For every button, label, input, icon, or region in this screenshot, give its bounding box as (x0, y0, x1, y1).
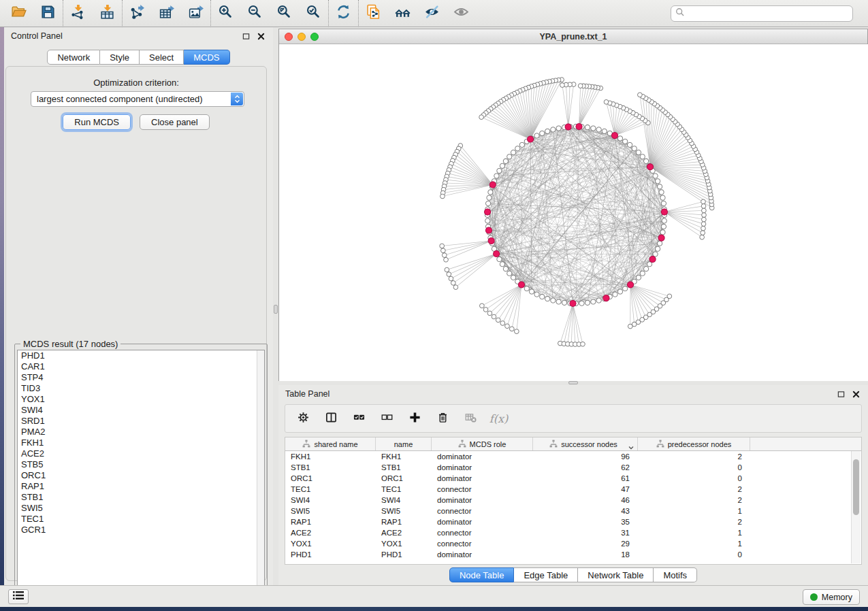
import-table-button[interactable] (93, 1, 122, 26)
table-row[interactable]: FKH1FKH1dominator962 (285, 451, 861, 462)
vertical-split-divider[interactable] (273, 27, 278, 585)
network-window-titlebar[interactable]: YPA_prune.txt_1 (279, 29, 867, 44)
mcds-result-item[interactable]: GCR1 (18, 525, 264, 535)
import-table-icon (99, 4, 115, 22)
mcds-result-item[interactable]: CAR1 (18, 361, 264, 372)
mcds-result-item[interactable]: SWI4 (18, 405, 264, 416)
memory-button[interactable]: Memory (803, 589, 860, 605)
table-row[interactable]: SWI5SWI5connector431 (285, 506, 861, 516)
refresh-button[interactable] (329, 1, 358, 26)
close-window-icon[interactable] (285, 33, 293, 41)
add-button[interactable] (409, 413, 421, 425)
delete-table-button[interactable] (465, 413, 477, 425)
mcds-result-item[interactable]: PMA2 (18, 427, 264, 437)
mcds-result-item[interactable]: ORC1 (18, 470, 264, 481)
table-scrollbar[interactable] (851, 451, 861, 563)
zoom-selected-button[interactable] (299, 1, 328, 26)
zoom-in-button[interactable] (211, 1, 240, 26)
table-panel-header: Table Panel (278, 385, 868, 403)
mcds-result-item[interactable]: STB1 (18, 492, 264, 503)
tab-style[interactable]: Style (100, 50, 140, 65)
mcds-result-item[interactable]: RAP1 (18, 481, 264, 492)
tab-network-table[interactable]: Network Table (578, 567, 654, 582)
open-file-icon (11, 4, 27, 22)
column-header-shared-name[interactable]: shared name (285, 437, 376, 450)
cell: YOX1 (376, 540, 432, 548)
tab-edge-table[interactable]: Edge Table (514, 567, 578, 582)
table-row[interactable]: STB1STB1dominator620 (285, 462, 861, 473)
zoom-out-button[interactable] (240, 1, 270, 26)
zoom-fit-button[interactable] (270, 1, 299, 26)
cell: SWI5 (376, 507, 432, 515)
table-row[interactable]: ACE2ACE2connector311 (285, 527, 861, 538)
toolbar-group (122, 0, 210, 27)
tab-select[interactable]: Select (140, 50, 184, 65)
delete-button[interactable] (437, 413, 449, 425)
export-table-button[interactable] (152, 1, 181, 26)
cell: 1 (638, 507, 750, 515)
column-header-predecessor-nodes[interactable]: predecessor nodes (638, 437, 750, 450)
open-file-button[interactable] (4, 1, 33, 26)
delete-table-icon (465, 412, 477, 426)
mcds-result-item[interactable]: YOX1 (18, 394, 264, 405)
minimize-window-icon[interactable] (298, 33, 306, 41)
save-session-button[interactable] (33, 1, 63, 26)
table-panel: Table Panel f(x) shared namenameMCDS rol… (278, 385, 868, 584)
duplicate-network-button[interactable] (359, 1, 388, 26)
mcds-result-item[interactable]: ACE2 (18, 448, 264, 459)
import-network-button[interactable] (63, 1, 93, 26)
network-view-canvas[interactable] (279, 44, 868, 381)
mcds-result-item[interactable]: STB5 (18, 459, 264, 470)
table-row[interactable]: RAP1RAP1dominator352 (285, 516, 861, 527)
mcds-result-item[interactable]: STP4 (18, 372, 264, 383)
close-panel-button[interactable]: Close panel (140, 114, 210, 130)
export-image-button[interactable] (181, 1, 210, 26)
table-row[interactable]: SWI4SWI4dominator462 (285, 495, 861, 506)
mcds-result-scrollbar[interactable] (257, 350, 264, 596)
column-header-successor-nodes[interactable]: successor nodes (533, 437, 638, 450)
tab-node-table[interactable]: Node Table (449, 567, 515, 582)
maximize-window-icon[interactable] (310, 33, 319, 41)
first-neighbors-button[interactable] (388, 1, 417, 26)
mcds-result-list[interactable]: PHD1CAR1STP4TID3YOX1SWI4SRD1PMA2FKH1ACE2… (17, 350, 265, 597)
close-panel-icon[interactable] (850, 389, 861, 399)
table-scrollbar-thumb[interactable] (853, 459, 859, 515)
close-panel-icon[interactable] (255, 31, 266, 42)
divider-grip[interactable] (568, 381, 578, 384)
tab-motifs[interactable]: Motifs (654, 567, 697, 582)
mcds-result-item[interactable]: PHD1 (18, 350, 264, 361)
task-history-button[interactable] (8, 589, 29, 604)
show-all-button[interactable] (447, 1, 476, 26)
export-network-button[interactable] (123, 1, 152, 26)
optimization-criterion-select[interactable]: largest connected component (undirected) (31, 91, 244, 107)
mcds-result-item[interactable]: SRD1 (18, 416, 264, 427)
columns-button[interactable] (325, 413, 337, 425)
tab-network[interactable]: Network (47, 50, 100, 65)
clear-selection-button[interactable] (381, 413, 393, 425)
table-row[interactable]: YOX1YOX1connector291 (285, 538, 861, 549)
column-header-MCDS-role[interactable]: MCDS role (432, 437, 533, 450)
mcds-result-item[interactable]: TEC1 (18, 514, 264, 525)
float-window-icon[interactable] (835, 389, 846, 399)
cell: PHD1 (376, 550, 432, 559)
mcds-result-item[interactable]: FKH1 (18, 437, 264, 448)
mcds-result-item[interactable]: TID3 (18, 383, 264, 394)
table-row[interactable]: TEC1TEC1connector472 (285, 484, 861, 495)
search-input[interactable] (688, 8, 848, 19)
gear-button[interactable] (298, 413, 309, 425)
tab-mcds[interactable]: MCDS (184, 50, 229, 65)
table-row[interactable]: ORC1ORC1dominator610 (285, 473, 861, 484)
column-header-name[interactable]: name (376, 437, 432, 450)
control-panel-title: Control Panel (11, 31, 236, 41)
select-all-button[interactable] (353, 413, 365, 425)
search-box[interactable] (671, 5, 853, 22)
table-row[interactable]: PHD1PHD1dominator180 (285, 549, 861, 560)
mcds-result-item[interactable]: SWI5 (18, 503, 264, 514)
float-window-icon[interactable] (240, 31, 251, 42)
function-button[interactable]: f(x) (493, 413, 504, 425)
divider-grip[interactable] (274, 305, 278, 314)
hide-selected-button[interactable] (417, 1, 447, 26)
status-bar: Memory (0, 585, 868, 607)
run-mcds-button[interactable]: Run MCDS (63, 114, 131, 130)
column-label: successor nodes (561, 440, 617, 448)
